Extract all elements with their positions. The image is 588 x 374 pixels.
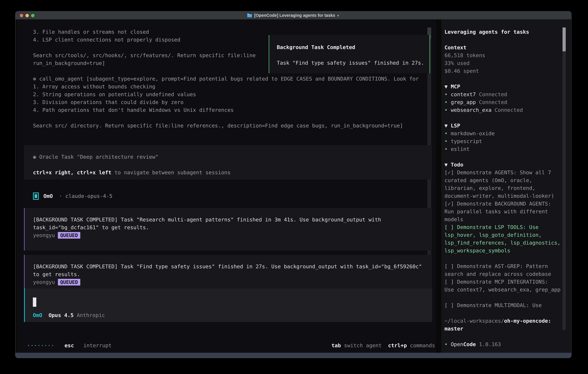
text-cursor bbox=[33, 298, 36, 307]
app-version: • OpenCode 1.0.163 bbox=[444, 341, 561, 348]
todo-checkbox: [ ] bbox=[444, 302, 457, 308]
section-header-mcp[interactable]: ▼ MCP bbox=[444, 83, 561, 91]
hint-key: ctrl+p bbox=[388, 343, 407, 348]
esc-key-hint: esc bbox=[64, 343, 74, 348]
status-right: tab switch agentctrl+p commands bbox=[325, 342, 435, 349]
task-user: yeongyu bbox=[33, 278, 55, 286]
sidebar-scrollbar-thumb[interactable] bbox=[563, 28, 566, 51]
output-text: 4. Path operations that don't handle Win… bbox=[33, 107, 234, 113]
keyboard-hint: tab switch agent bbox=[331, 343, 382, 348]
background-task-card: [BACKGROUND TASK COMPLETED] Task "Resear… bbox=[24, 208, 432, 250]
session-sidebar: Leveraging agents for tasksContext66,518… bbox=[441, 20, 571, 353]
zoom-button[interactable] bbox=[31, 14, 34, 17]
sidebar-item-context7: • context7 Connected bbox=[444, 91, 561, 98]
model-name bbox=[62, 192, 65, 200]
hint-label: commands bbox=[407, 343, 435, 348]
provider-label: Anthropic bbox=[77, 311, 105, 319]
oracle-task-panel: ◉ Oracle Task "Deep architecture review"… bbox=[24, 145, 432, 180]
todo-checkbox: [ ] bbox=[444, 263, 457, 269]
minimize-button[interactable] bbox=[25, 14, 29, 17]
task-message: [BACKGROUND TASK COMPLETED] Task "Resear… bbox=[33, 216, 424, 231]
agent-name: OmO bbox=[43, 192, 53, 200]
sidebar-item-grep_app: • grep_app Connected bbox=[444, 98, 561, 106]
agent-icon bbox=[33, 193, 39, 200]
subagent-nav-hint: ctrl+x right, ctrl+x left to navigate be… bbox=[33, 169, 429, 177]
task-message: [BACKGROUND TASK COMPLETED] Task "Find t… bbox=[33, 263, 424, 278]
oracle-task-title-line: ◉ Oracle Task "Deep architecture review" bbox=[33, 153, 429, 161]
prompt-input[interactable]: OmO Opus 4.5 Anthropic bbox=[24, 288, 432, 322]
terminal-output-line: ✻ call_omo_agent [subagent_type=explore,… bbox=[33, 75, 430, 83]
sidebar-session-title: Leveraging agents for tasks bbox=[444, 28, 561, 36]
tool-gear-icon: ✻ bbox=[33, 76, 39, 82]
terminal-output-line bbox=[33, 114, 430, 122]
session-state-icon: ◐ bbox=[337, 13, 340, 18]
task-status-badge: QUEUED bbox=[58, 279, 80, 285]
terminal-window: [OpenCode] Leveraging agents for tasks ◐… bbox=[15, 11, 571, 358]
output-text: run_in_background=true] bbox=[33, 60, 105, 66]
terminal-output-line: Search src/ directory. Return specific f… bbox=[33, 122, 430, 130]
todo-item: [✓] Demonstrate BACKGROUND AGENTS: Run p… bbox=[444, 200, 561, 223]
context-stat: $0.46 spent bbox=[444, 67, 561, 75]
sidebar-scrollbar[interactable] bbox=[563, 28, 566, 330]
output-text: 1. Array access without bounds checking bbox=[33, 83, 155, 90]
todo-checkbox: [ ] bbox=[444, 279, 457, 285]
status-left: ········ esc interrupt bbox=[27, 342, 112, 349]
folder-icon bbox=[247, 13, 252, 18]
todo-item: [ ] Demonstrate MULTIMODAL: Use bbox=[444, 301, 561, 309]
task-status-badge: QUEUED bbox=[58, 232, 80, 239]
section-header-todo[interactable]: ▼ Todo bbox=[444, 161, 561, 169]
sidebar-item-websearch_exa: • websearch_exa Connected bbox=[444, 106, 561, 114]
output-text: 3. Division operations that could divide… bbox=[33, 99, 183, 105]
traffic-lights bbox=[20, 14, 34, 17]
output-text: 4. LSP client connections not properly d… bbox=[33, 37, 180, 43]
shortcut-description: to navigate between subagent sessions bbox=[111, 169, 231, 176]
todo-checkbox: [✓] bbox=[444, 201, 457, 207]
section-header-lsp[interactable]: ▼ LSP bbox=[444, 122, 561, 130]
sidebar-item-eslint: • eslint bbox=[444, 145, 561, 153]
esc-key-label bbox=[77, 343, 80, 348]
task-user: yeongyu bbox=[33, 231, 55, 239]
context-stat: 66,518 tokens bbox=[444, 52, 561, 59]
spacer bbox=[42, 311, 48, 319]
window-bottom-edge bbox=[15, 353, 571, 358]
sidebar-item-typescript: • typescript bbox=[444, 137, 561, 145]
active-model-label[interactable]: Opus 4.5 bbox=[48, 311, 74, 319]
hint-label: switch agent bbox=[341, 343, 382, 348]
window-title-text: [OpenCode] Leveraging agents for tasks bbox=[254, 13, 335, 18]
todo-item: [ ] Demonstrate AST-GREP: Pattern search… bbox=[444, 262, 561, 278]
notification-body: Task "Find type safety issues" finished … bbox=[277, 59, 429, 67]
keyboard-hint: ctrl+p commands bbox=[388, 343, 435, 348]
workspace-path: ~/local-workspaces/oh-my-opencode: maste… bbox=[444, 317, 561, 333]
terminal-output-line: 3. File handles or streams not closed bbox=[33, 28, 430, 36]
terminal-output-line: 2. String operations on potentially unde… bbox=[33, 91, 430, 98]
terminal-output-line: 1. Array access without bounds checking bbox=[33, 83, 430, 91]
window-title: [OpenCode] Leveraging agents for tasks ◐ bbox=[247, 13, 340, 18]
sidebar-item-markdown-oxide: • markdown-oxide bbox=[444, 130, 561, 137]
background-task-notification: Background Task Completed Task "Find typ… bbox=[269, 35, 430, 73]
todo-item: [✓] Demonstrate AGENTS: Show all 7 curat… bbox=[444, 169, 561, 200]
output-text: call_omo_agent [subagent_type=explore, p… bbox=[39, 76, 419, 82]
separator-dot bbox=[53, 192, 59, 200]
oracle-status-icon: ◉ bbox=[33, 154, 36, 160]
shortcut-keys: ctrl+x right, ctrl+x left bbox=[33, 169, 111, 176]
notification-title: Background Task Completed bbox=[277, 43, 429, 51]
status-bar: ········ esc interrupt tab switch agentc… bbox=[27, 342, 435, 349]
active-agent-label: OmO bbox=[33, 311, 42, 319]
output-text: 3. File handles or streams not closed bbox=[33, 29, 149, 35]
output-text: Search src/tools/, src/hooks/, src/featu… bbox=[33, 52, 256, 58]
agent-session-row[interactable]: OmO · claude-opus-4-5 bbox=[33, 192, 112, 200]
spacer bbox=[74, 311, 77, 319]
oracle-task-title bbox=[36, 154, 39, 160]
hint-key: tab bbox=[331, 343, 341, 348]
todo-checkbox: [✓] bbox=[444, 169, 457, 176]
todo-checkbox: [ ] bbox=[444, 224, 457, 230]
output-text: 2. String operations on potentially unde… bbox=[33, 91, 196, 97]
close-button[interactable] bbox=[20, 14, 23, 17]
context-heading: Context bbox=[444, 44, 561, 52]
titlebar: [OpenCode] Leveraging agents for tasks ◐ bbox=[15, 11, 571, 20]
todo-item: [ ] Demonstrate MCP INTEGRATIONS: Use co… bbox=[444, 278, 561, 294]
terminal-output-line: 4. Path operations that don't handle Win… bbox=[33, 106, 430, 114]
todo-item: [ ] Demonstrate LSP TOOLS: Use lsp_hover… bbox=[444, 223, 561, 255]
terminal-output-line: 3. Division operations that could divide… bbox=[33, 98, 430, 106]
output-text: Search src/ directory. Return specific f… bbox=[33, 123, 403, 129]
